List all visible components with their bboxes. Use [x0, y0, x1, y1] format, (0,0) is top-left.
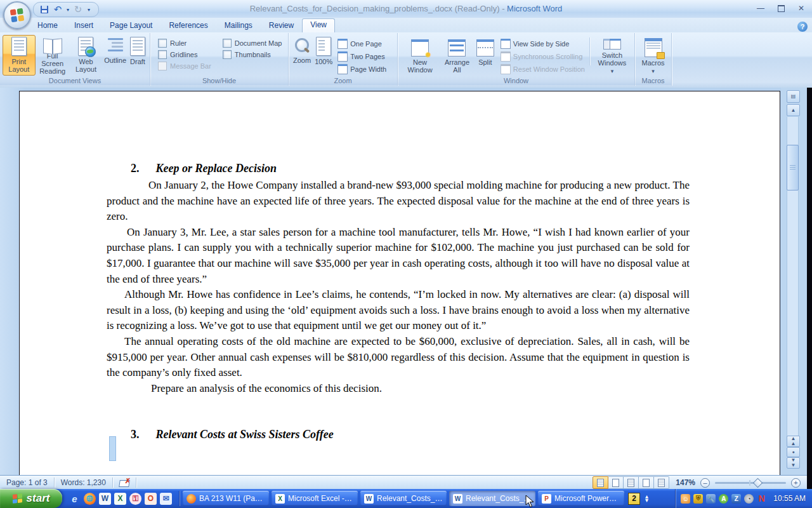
document-page[interactable]: 2.Keep or Replace Decision On January 2,… [19, 91, 780, 475]
help-button[interactable]: ? [797, 22, 808, 32]
print-layout-view-button[interactable] [593, 476, 608, 489]
two-pages-button[interactable]: Two Pages [336, 50, 388, 63]
proofing-status-button[interactable] [113, 476, 136, 490]
outline-view-button[interactable] [639, 476, 654, 489]
tab-references[interactable]: References [160, 19, 216, 32]
switch-windows-button[interactable]: Switch Windows [593, 35, 632, 76]
window-controls: — ✕ [754, 3, 808, 14]
tray-tools-icon[interactable]: 🔧 [706, 494, 716, 504]
zoom-100-button[interactable]: 100% [313, 35, 334, 76]
zoom-slider-track[interactable] [715, 482, 786, 484]
ruler-toggle-button[interactable]: ▤ [787, 90, 800, 103]
firefox-quicklaunch-icon[interactable]: 🌐 [84, 493, 96, 505]
start-button[interactable]: start [0, 489, 62, 508]
zoom-level[interactable]: 147% [676, 478, 695, 487]
task-button-firefox[interactable]: BA 213 W11 (Pasc... [183, 491, 269, 506]
web-layout-view-button[interactable] [624, 476, 639, 489]
group-window: ✹ New Window Arrange All Split View Side… [398, 33, 635, 86]
tray-user-icon[interactable]: ☺ [681, 494, 690, 504]
new-window-button[interactable]: ✹ New Window [400, 35, 440, 76]
ie-quicklaunch-icon[interactable]: e [69, 493, 81, 505]
draft-view-button[interactable] [654, 476, 669, 489]
word-quicklaunch-icon[interactable]: W [99, 493, 111, 505]
next-page-button[interactable]: ▼▼ [787, 457, 800, 469]
key-quicklaunch-icon[interactable]: ⚿ [129, 493, 141, 505]
gridlines-checkbox[interactable]: Gridlines [158, 49, 211, 60]
task-label: BA 213 W11 (Pasc... [199, 494, 265, 503]
page-width-button[interactable]: Page Width [336, 63, 388, 76]
reset-window-position-icon [501, 64, 511, 74]
office-button[interactable] [3, 1, 31, 29]
view-side-by-side-button[interactable]: View Side by Side [499, 37, 587, 50]
tray-shield-icon[interactable]: ⛨ [693, 494, 703, 504]
zoom-slider-thumb[interactable] [753, 478, 763, 488]
app-name-text: Microsoft Word [507, 4, 562, 13]
task-button-word-1[interactable]: W Relevant_Costs_f... [360, 491, 447, 506]
excel-quicklaunch-icon[interactable]: X [114, 493, 126, 505]
ruler-checkbox[interactable]: Ruler [158, 37, 211, 49]
close-button[interactable]: ✕ [794, 3, 808, 14]
outline-view-icon [643, 479, 650, 487]
select-browse-object-button[interactable]: ● [787, 447, 800, 457]
taskbar: start e 🌐 W X ⚿ O ✉ BA 213 W11 (Pasc... … [0, 489, 812, 508]
document-title-text: Relevant_Costs_for_Decision_making_probl… [250, 4, 500, 13]
zoom-out-button[interactable]: – [700, 478, 710, 488]
ribbon-tab-row: Home Insert Page Layout References Maili… [0, 18, 812, 32]
gridlines-label: Gridlines [170, 51, 197, 58]
task-button-powerpoint[interactable]: P Microsoft PowerPo... [538, 491, 624, 506]
messenger-quicklaunch-icon[interactable]: ✉ [160, 493, 172, 505]
page-indicator[interactable]: Page: 1 of 3 [0, 476, 54, 490]
tab-view[interactable]: View [302, 18, 335, 32]
word-count[interactable]: Words: 1,230 [55, 476, 112, 490]
web-layout-button[interactable]: Web Layout [70, 35, 102, 76]
keyboard-layout-badge[interactable]: 2 [628, 493, 640, 505]
arrange-all-button[interactable]: Arrange All [440, 35, 475, 76]
scroll-up-button[interactable]: ▲ [787, 104, 800, 116]
task-button-excel[interactable]: X Microsoft Excel - r... [272, 491, 358, 506]
office-logo-icon [10, 8, 25, 23]
tray-settings-icon[interactable]: ◔ [744, 494, 754, 504]
tab-insert[interactable]: Insert [66, 19, 102, 32]
previous-page-button[interactable]: ▲▲ [787, 436, 800, 447]
tab-mailings[interactable]: Mailings [216, 19, 261, 32]
outlook-quicklaunch-icon[interactable]: O [145, 493, 157, 505]
paragraph: The annual operating costs of the old ma… [107, 334, 690, 381]
split-icon [476, 39, 494, 57]
tab-review[interactable]: Review [261, 19, 302, 32]
tab-home[interactable]: Home [29, 19, 66, 32]
print-layout-button[interactable]: Print Layout [3, 35, 36, 76]
hidden-icons-chevron[interactable]: ▴▾ [645, 495, 648, 502]
group-macros: Macros Macros [635, 33, 672, 86]
group-label-macros: Macros [635, 76, 671, 85]
zoom-button[interactable]: Zoom [291, 35, 313, 76]
heading-keep-or-replace: 2.Keep or Replace Decision [107, 160, 690, 177]
scrollbar-thumb[interactable] [787, 145, 799, 190]
tray-netsupport-icon[interactable]: N [757, 494, 766, 504]
one-page-label: One Page [350, 40, 382, 48]
task-button-word-2-active[interactable]: W Relevant_Costs_f... [449, 491, 535, 506]
document-map-checkbox[interactable]: Document Map [223, 37, 282, 49]
firefox-icon [187, 494, 196, 504]
zoom-in-button[interactable]: + [791, 478, 801, 488]
tray-z-app-icon[interactable]: Z [731, 494, 741, 504]
checkbox-icon [223, 39, 232, 48]
thumbnails-checkbox[interactable]: Thumbnails [223, 49, 282, 60]
minimize-button[interactable]: — [754, 3, 768, 14]
split-button[interactable]: Split [475, 35, 496, 76]
magnifier-icon [294, 38, 310, 55]
restore-button[interactable] [774, 3, 788, 14]
full-screen-view-button[interactable] [608, 476, 624, 489]
document-content: 2.Keep or Replace Decision On January 2,… [107, 160, 690, 443]
tray-antivirus-icon[interactable]: A [719, 494, 728, 504]
one-page-button[interactable]: One Page [336, 37, 388, 50]
print-layout-view-icon [597, 479, 604, 487]
one-page-icon [337, 39, 348, 49]
draft-button[interactable]: Draft [128, 35, 147, 76]
view-side-by-side-icon [501, 39, 511, 49]
full-screen-reading-button[interactable]: Full Screen Reading [36, 35, 70, 76]
tab-page-layout[interactable]: Page Layout [102, 19, 160, 32]
outline-button[interactable]: Outline [102, 35, 128, 76]
taskbar-clock[interactable]: 10:55 AM [773, 494, 806, 503]
document-area: 2.Keep or Replace Decision On January 2,… [0, 88, 807, 475]
macros-button[interactable]: Macros [639, 35, 666, 76]
